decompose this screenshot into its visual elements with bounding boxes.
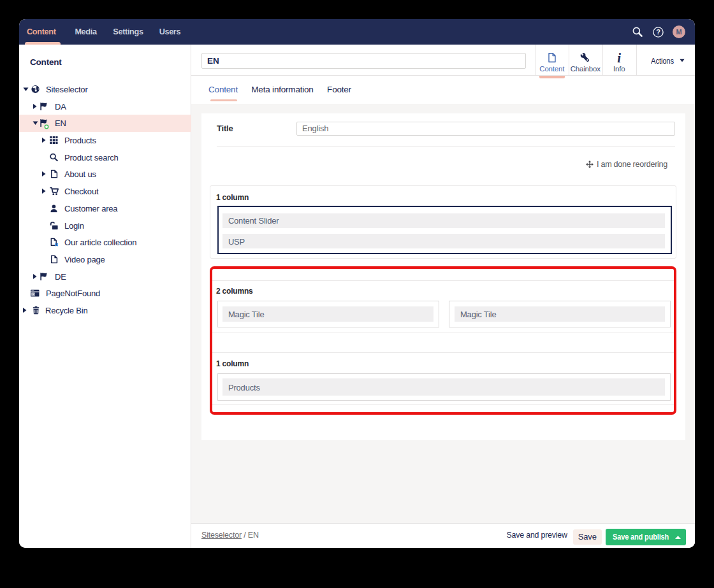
svg-text:?: ? bbox=[656, 28, 660, 36]
